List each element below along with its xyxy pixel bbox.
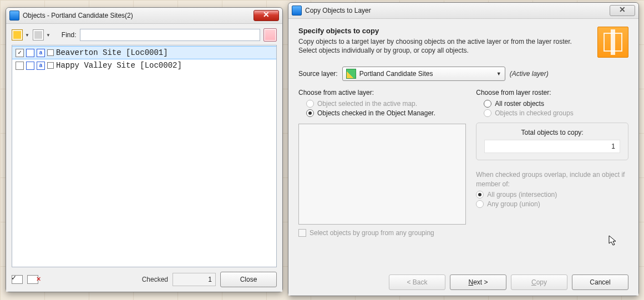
objects-body: ▼ ▼ Find: a Beaverton Site [Loc0001] a H… bbox=[6, 24, 282, 292]
radio-icon bbox=[484, 109, 491, 117]
total-objects-value: 1 bbox=[484, 140, 620, 153]
copy-header: Specify objects to copy Copy objects to … bbox=[298, 27, 628, 58]
row-checkbox[interactable] bbox=[16, 62, 24, 70]
group-selection-checkbox-row: Select objects by group from any groupin… bbox=[298, 229, 466, 237]
opt-label: Object selected in the active map. bbox=[317, 100, 417, 108]
tree-view-icon[interactable] bbox=[33, 29, 44, 40]
objects-toolbar: ▼ ▼ Find: bbox=[12, 28, 277, 45]
uncheck-all-icon[interactable] bbox=[27, 275, 38, 284]
radio-icon bbox=[306, 100, 314, 108]
objects-title: Objects - Portland Candidate Sites(2) bbox=[23, 12, 250, 19]
choose-active-layer-label: Choose from active layer: bbox=[298, 89, 466, 96]
wizard-button-row: < Back Next > Copy Cancel bbox=[298, 265, 628, 290]
opt-objects-checked-groups: Objects in checked groups bbox=[484, 109, 628, 117]
symbol-icon[interactable] bbox=[26, 49, 34, 57]
group-selection-label: Select objects by group from any groupin… bbox=[310, 229, 434, 237]
back-button: < Back bbox=[389, 274, 445, 290]
grid-view-icon[interactable] bbox=[12, 29, 23, 40]
check-all-icon[interactable] bbox=[12, 275, 23, 284]
highlight-selection-icon[interactable] bbox=[263, 28, 277, 42]
choose-active-layer-column: Choose from active layer: Object selecte… bbox=[298, 89, 466, 237]
marker-icon bbox=[47, 62, 54, 69]
objects-list[interactable]: a Beaverton Site [Loc0001] a Happy Valle… bbox=[12, 45, 277, 267]
opt-label: Any group (union) bbox=[487, 200, 540, 208]
label-style-icon[interactable]: a bbox=[37, 62, 45, 70]
copy-close-icon[interactable]: ✕ bbox=[610, 5, 635, 16]
opt-label: Objects checked in the Object Manager. bbox=[317, 109, 435, 117]
marker-icon bbox=[47, 49, 54, 56]
layer-swatch-icon bbox=[346, 69, 356, 79]
radio-icon[interactable] bbox=[484, 100, 491, 108]
opt-objects-checked-om[interactable]: Objects checked in the Object Manager. bbox=[306, 109, 466, 117]
objects-dialog: Objects - Portland Candidate Sites(2) ✕ … bbox=[6, 7, 283, 292]
app-icon bbox=[9, 11, 19, 21]
find-label: Find: bbox=[62, 31, 77, 39]
grid-view-dropdown-icon[interactable]: ▼ bbox=[25, 33, 29, 38]
copy-header-title: Specify objects to copy bbox=[298, 27, 592, 35]
total-objects-label: Total objects to copy: bbox=[484, 129, 620, 136]
object-row[interactable]: a Beaverton Site [Loc0001] bbox=[12, 46, 276, 59]
source-layer-label: Source layer: bbox=[298, 70, 338, 78]
find-input[interactable] bbox=[80, 29, 260, 41]
object-row[interactable]: a Happy Valley Site [Loc0002] bbox=[12, 59, 276, 72]
opt-any-group-union: Any group (union) bbox=[476, 200, 628, 208]
opt-object-selected-map: Object selected in the active map. bbox=[306, 100, 466, 108]
checked-count-label: Checked bbox=[142, 276, 168, 283]
objects-close-icon[interactable]: ✕ bbox=[253, 10, 279, 21]
copy-body: Specify objects to copy Copy objects to … bbox=[288, 19, 638, 296]
object-name: Beaverton Site [Loc0001] bbox=[56, 48, 168, 57]
source-layer-dropdown[interactable]: Portland Candidate Sites ▼ bbox=[342, 67, 505, 81]
group-selection-checkbox bbox=[298, 229, 306, 237]
copy-objects-dialog: Copy Objects to Layer ✕ Specify objects … bbox=[288, 2, 639, 296]
app-icon bbox=[292, 6, 302, 16]
opt-label: All groups (intersection) bbox=[487, 191, 557, 199]
chevron-down-icon: ▼ bbox=[496, 71, 501, 77]
label-style-icon[interactable]: a bbox=[37, 49, 45, 57]
active-layer-tag: (Active layer) bbox=[510, 70, 549, 78]
grouping-listbox[interactable] bbox=[298, 124, 466, 225]
copy-title: Copy Objects to Layer bbox=[305, 7, 606, 14]
checked-count-value: 1 bbox=[173, 273, 216, 286]
source-layer-row: Source layer: Portland Candidate Sites ▼… bbox=[298, 67, 628, 81]
opt-all-groups-intersection: All groups (intersection) bbox=[476, 191, 628, 199]
symbol-icon[interactable] bbox=[26, 62, 34, 70]
objects-titlebar[interactable]: Objects - Portland Candidate Sites(2) ✕ bbox=[6, 8, 282, 24]
row-checkbox[interactable] bbox=[16, 49, 24, 57]
radio-icon bbox=[476, 191, 484, 199]
radio-icon bbox=[476, 200, 484, 208]
copy-button: Copy bbox=[511, 274, 567, 290]
cancel-button[interactable]: Cancel bbox=[572, 274, 628, 290]
object-name: Happy Valley Site [Loc0002] bbox=[56, 61, 182, 70]
total-objects-box: Total objects to copy: 1 bbox=[476, 123, 628, 160]
opt-all-roster-objects[interactable]: All roster objects bbox=[484, 100, 628, 108]
opt-label: Objects in checked groups bbox=[495, 109, 573, 117]
opt-label: All roster objects bbox=[495, 100, 544, 108]
radio-icon[interactable] bbox=[306, 109, 314, 117]
next-button[interactable]: Next > bbox=[450, 274, 506, 290]
source-layer-value: Portland Candidate Sites bbox=[359, 70, 433, 78]
choose-roster-column: Choose from layer roster: All roster obj… bbox=[476, 89, 628, 237]
choose-roster-label: Choose from layer roster: bbox=[476, 89, 628, 96]
objects-footer: Checked 1 Close bbox=[12, 267, 277, 287]
tree-view-dropdown-icon[interactable]: ▼ bbox=[46, 33, 50, 38]
copy-header-desc: Copy objects to a target layer by choosi… bbox=[298, 37, 587, 55]
copy-titlebar[interactable]: Copy Objects to Layer ✕ bbox=[288, 3, 638, 19]
close-button[interactable]: Close bbox=[220, 272, 277, 287]
copy-header-icon bbox=[597, 27, 628, 58]
overlap-hint: When checked groups overlap, include an … bbox=[476, 170, 628, 189]
